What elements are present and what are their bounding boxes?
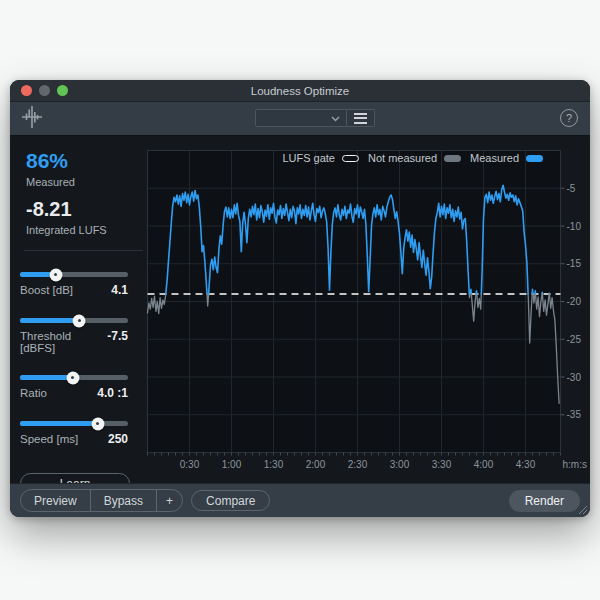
legend-item-not-measured: Not measured	[368, 152, 461, 164]
svg-text:-15: -15	[567, 258, 582, 269]
svg-text:1:00: 1:00	[222, 459, 242, 470]
speed-slider-track[interactable]	[20, 421, 128, 426]
svg-text:3:00: 3:00	[390, 459, 410, 470]
svg-text:-25: -25	[567, 334, 582, 345]
svg-text:2:30: 2:30	[348, 459, 368, 470]
svg-text:4:30: 4:30	[516, 459, 536, 470]
integrated-lufs-caption: Integrated LUFS	[26, 224, 147, 236]
not-measured-swatch	[444, 155, 461, 162]
svg-text:-30: -30	[567, 372, 582, 383]
measured-swatch	[526, 155, 543, 162]
legend-item-lufs-gate: LUFS gate	[282, 152, 359, 164]
panel-divider	[24, 250, 143, 251]
preset-menu-button[interactable]	[347, 109, 375, 127]
transport-button-group: Preview Bypass +	[20, 489, 183, 512]
preset-control	[255, 109, 375, 127]
chart-legend: LUFS gate Not measured Measured	[282, 152, 543, 164]
boost-slider: Boost [dB] 4.1	[20, 272, 128, 297]
footer-bar: Preview Bypass + Compare Render	[10, 483, 590, 517]
preview-button[interactable]: Preview	[21, 490, 90, 511]
legend-item-measured: Measured	[470, 152, 543, 164]
boost-value[interactable]: 4.1	[111, 283, 128, 297]
threshold-label: Threshold [dBFS]	[20, 330, 107, 354]
threshold-slider-track[interactable]	[20, 318, 128, 323]
measured-percent: 86%	[26, 149, 147, 173]
speed-label: Speed [ms]	[20, 433, 78, 445]
render-button[interactable]: Render	[509, 490, 580, 512]
preset-dropdown[interactable]	[255, 109, 347, 127]
svg-text:h:m:s: h:m:s	[563, 459, 587, 470]
compare-button[interactable]: Compare	[191, 490, 270, 511]
speed-slider: Speed [ms] 250	[20, 421, 128, 446]
svg-text:4:00: 4:00	[474, 459, 494, 470]
boost-slider-track[interactable]	[20, 272, 128, 277]
help-button[interactable]: ?	[560, 109, 578, 127]
hamburger-icon	[354, 113, 367, 115]
boost-slider-knob[interactable]	[49, 268, 62, 281]
control-panel: 86% Measured -8.21 Integrated LUFS Boost…	[10, 136, 147, 483]
svg-text:0:30: 0:30	[180, 459, 200, 470]
svg-text:-5: -5	[567, 183, 576, 194]
svg-text:-35: -35	[567, 409, 582, 420]
add-button[interactable]: +	[156, 490, 182, 511]
boost-label: Boost [dB]	[20, 284, 73, 296]
svg-text:-10: -10	[567, 221, 582, 232]
bypass-button[interactable]: Bypass	[90, 490, 156, 511]
window-title: Loudness Optimize	[10, 85, 590, 97]
speed-slider-knob[interactable]	[91, 417, 104, 430]
titlebar: Loudness Optimize	[10, 80, 590, 102]
threshold-slider-knob[interactable]	[73, 314, 86, 327]
svg-text:2:00: 2:00	[306, 459, 326, 470]
ratio-slider-knob[interactable]	[66, 371, 79, 384]
ratio-slider: Ratio 4.0 :1	[20, 375, 128, 400]
ratio-label: Ratio	[20, 387, 47, 399]
svg-text:1:30: 1:30	[264, 459, 284, 470]
chevron-down-icon	[331, 112, 340, 124]
speed-value[interactable]: 250	[108, 432, 128, 446]
main-content: 0:301:001:302:002:303:003:304:004:30h:m:…	[10, 136, 590, 483]
loudness-logo-icon	[21, 104, 43, 134]
resize-grip-icon[interactable]	[577, 504, 587, 514]
svg-text:3:30: 3:30	[432, 459, 452, 470]
lufs-gate-swatch	[342, 155, 359, 162]
threshold-value[interactable]: -7.5	[107, 329, 128, 343]
ratio-value[interactable]: 4.0 :1	[97, 386, 128, 400]
header-bar: ?	[10, 102, 590, 136]
measured-caption: Measured	[26, 176, 147, 188]
threshold-slider: Threshold [dBFS] -7.5	[20, 318, 128, 354]
svg-text:-20: -20	[567, 296, 582, 307]
question-icon: ?	[566, 112, 572, 124]
ratio-slider-track[interactable]	[20, 375, 128, 380]
plugin-window: Loudness Optimize	[10, 80, 590, 517]
integrated-lufs-value: -8.21	[26, 198, 147, 221]
